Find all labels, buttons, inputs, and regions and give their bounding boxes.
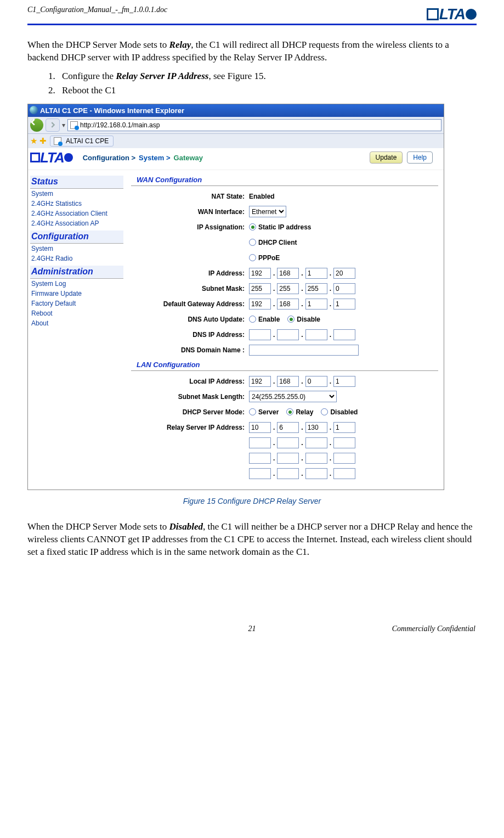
- nav-dropdown-icon[interactable]: ▾: [62, 121, 65, 129]
- page-header: C1_Configuration_Manual_-_fm_1.0.0.1.doc…: [27, 5, 477, 25]
- altai-logo: LTA: [427, 5, 477, 23]
- ip-oct-2[interactable]: [277, 268, 299, 279]
- section-lan-config: LAN Configuration: [131, 358, 438, 371]
- footer-confidential: Commercially Confidential: [366, 625, 475, 633]
- nat-state-value: Enabled: [249, 193, 275, 200]
- sidebar-item-24ghz-stats[interactable]: 2.4GHz Statistics: [30, 199, 123, 209]
- url-text: http://192.168.0.1/main.asp: [80, 121, 160, 129]
- address-bar[interactable]: http://192.168.0.1/main.asp: [67, 119, 441, 131]
- steps-list: Configure the Relay Server IP Address, s…: [47, 71, 477, 96]
- sidebar-item-factory-default[interactable]: Factory Default: [30, 299, 123, 308]
- ip-address-label: IP Address:: [131, 269, 249, 277]
- router-logo: LTA: [30, 149, 73, 166]
- arrow-left-icon: [30, 119, 37, 126]
- subnet-mask-input: . . .: [249, 283, 355, 294]
- radio-dhcp-disabled[interactable]: Disabled: [321, 408, 358, 416]
- dns-ip-label: DNS IP Address:: [131, 331, 249, 339]
- default-gateway-input: . . .: [249, 299, 355, 310]
- wan-interface-select[interactable]: Ethernet: [249, 206, 286, 217]
- section-wan-config: WAN Configuration: [131, 173, 438, 186]
- radio-dns-disable[interactable]: Disable: [287, 316, 320, 323]
- relay-server-ip-3: . . .: [249, 453, 355, 464]
- page-number: 21: [138, 625, 366, 633]
- tab-label: ALTAI C1 CPE: [66, 137, 109, 145]
- help-button[interactable]: Help: [407, 151, 433, 164]
- nat-state-label: NAT State:: [131, 193, 249, 200]
- default-gateway-label: Default Gateway Address:: [131, 300, 249, 308]
- relay-server-ip-1: . . .: [249, 422, 355, 433]
- sidebar: Status System 2.4GHz Statistics 2.4GHz A…: [28, 170, 127, 490]
- step-2: Reboot the C1: [58, 85, 477, 96]
- ip-assignation-label: IP Assignation:: [131, 223, 249, 231]
- logo-dot-icon: [64, 153, 73, 162]
- router-ui: LTA Configuration > System > Gateway Upd…: [28, 148, 444, 490]
- subnet-mask-length-label: Subnet Mask Length:: [131, 393, 249, 401]
- dns-domain-input[interactable]: [249, 345, 359, 356]
- browser-tab[interactable]: ALTAI C1 CPE: [50, 136, 114, 147]
- page-icon: [70, 121, 78, 129]
- ip-oct-1[interactable]: [249, 268, 271, 279]
- logo-square-icon: [427, 8, 439, 20]
- wan-interface-label: WAN Interface:: [131, 208, 249, 216]
- local-ip-input: . . .: [249, 376, 355, 387]
- radio-dns-enable[interactable]: Enable: [249, 316, 280, 323]
- update-button[interactable]: Update: [370, 151, 403, 164]
- relay-server-ip-2: . . .: [249, 437, 355, 448]
- sidebar-item-reboot[interactable]: Reboot: [30, 308, 123, 318]
- sidebar-head-status: Status: [30, 176, 123, 189]
- arrow-right-icon: [50, 122, 56, 128]
- logo-dot-icon: [466, 9, 477, 20]
- breadcrumb: Configuration > System > Gateway: [83, 154, 203, 162]
- dns-domain-label: DNS Domain Name :: [131, 346, 249, 354]
- favorites-icon[interactable]: ★: [30, 136, 37, 146]
- logo-square-icon: [30, 153, 40, 162]
- breadcrumb-system[interactable]: System >: [139, 154, 170, 162]
- radio-dhcp-client[interactable]: DHCP Client: [249, 239, 297, 246]
- back-button[interactable]: [30, 119, 43, 132]
- forward-button[interactable]: [46, 119, 60, 132]
- sidebar-item-syslog[interactable]: System Log: [30, 279, 123, 289]
- page-footer: 21 Commercially Confidential: [27, 625, 477, 633]
- sidebar-item-24ghz-assoc-ap[interactable]: 2.4GHz Association AP: [30, 218, 123, 228]
- step-1: Configure the Relay Server IP Address, s…: [58, 71, 477, 82]
- figure-caption: Figure 15 Configure DHCP Relay Server: [27, 497, 477, 505]
- radio-pppoe[interactable]: PPPoE: [249, 254, 280, 262]
- sidebar-head-admin: Administration: [30, 266, 123, 279]
- sidebar-item-config-radio[interactable]: 2.4GHz Radio: [30, 254, 123, 263]
- ie-window-title: ALTAI C1 CPE - Windows Internet Explorer: [28, 104, 444, 117]
- router-header: LTA Configuration > System > Gateway Upd…: [28, 148, 444, 170]
- paragraph-relay-intro: When the DHCP Server Mode sets to Relay,…: [27, 39, 477, 64]
- breadcrumb-config[interactable]: Configuration >: [83, 154, 135, 162]
- header-doc-filename: C1_Configuration_Manual_-_fm_1.0.0.1.doc: [27, 5, 167, 14]
- breadcrumb-gateway[interactable]: Gateway: [174, 154, 203, 162]
- radio-dhcp-server[interactable]: Server: [249, 408, 279, 416]
- main-panel: WAN Configuration NAT State: Enabled WAN…: [127, 170, 444, 490]
- radio-dhcp-relay[interactable]: Relay: [286, 408, 313, 416]
- dns-auto-update-label: DNS Auto Update:: [131, 316, 249, 323]
- relay-server-ip-label: Relay Server IP Address:: [131, 424, 249, 431]
- dns-ip-input: . . .: [249, 329, 355, 340]
- sidebar-item-config-system[interactable]: System: [30, 244, 123, 254]
- sidebar-item-system[interactable]: System: [30, 189, 123, 199]
- subnet-mask-length-select[interactable]: 24(255.255.255.0): [249, 391, 337, 402]
- ie-navbar: ▾ http://192.168.0.1/main.asp: [28, 117, 444, 134]
- ip-oct-3[interactable]: [305, 268, 327, 279]
- sidebar-item-24ghz-assoc-client[interactable]: 2.4GHz Association Client: [30, 209, 123, 218]
- sidebar-item-firmware[interactable]: Firmware Update: [30, 289, 123, 299]
- ie-tab-row: ★ ✚ ALTAI C1 CPE: [28, 134, 444, 148]
- subnet-mask-label: Subnet Mask:: [131, 285, 249, 293]
- add-favorite-icon[interactable]: ✚: [39, 136, 48, 146]
- sidebar-head-config: Configuration: [30, 230, 123, 244]
- top-buttons: Update Help: [370, 151, 439, 164]
- figure-15-screenshot: ALTAI C1 CPE - Windows Internet Explorer…: [27, 104, 444, 490]
- relay-server-ip-4: . . .: [249, 468, 355, 479]
- local-ip-label: Local IP Address:: [131, 378, 249, 385]
- dhcp-server-mode-label: DHCP Server Mode:: [131, 408, 249, 416]
- ip-address-input: . . .: [249, 268, 355, 279]
- tab-page-icon: [54, 137, 61, 145]
- ip-oct-4[interactable]: [333, 268, 355, 279]
- radio-static-ip[interactable]: Static IP address: [249, 223, 312, 231]
- paragraph-disabled: When the DHCP Server Mode sets to Disabl…: [27, 521, 477, 559]
- sidebar-item-about[interactable]: About: [30, 318, 123, 328]
